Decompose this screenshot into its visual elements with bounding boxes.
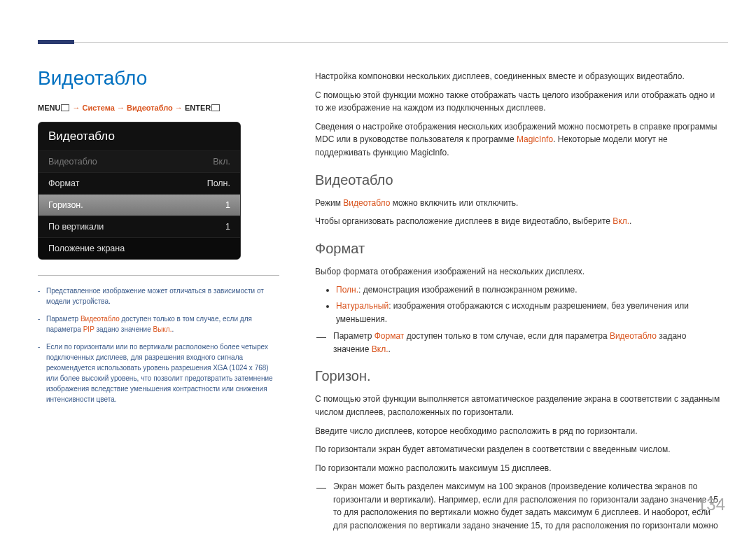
menu-label: Положение экрана xyxy=(48,244,125,253)
top-rule-accent xyxy=(38,40,74,44)
menu-panel: Видеотабло Видеотабло Вкл. Формат Полн. … xyxy=(38,122,241,260)
menu-icon xyxy=(61,104,69,111)
breadcrumb-menu: MENU xyxy=(38,104,60,112)
menu-value: 1 xyxy=(225,200,230,210)
section-video-p2: Чтобы организовать расположение дисплеев… xyxy=(315,215,724,228)
intro-p3: Сведения о настройке отображения несколь… xyxy=(315,120,724,160)
t: Полн. xyxy=(336,285,358,295)
t: Режим xyxy=(315,198,343,208)
section-format-title: Формат xyxy=(315,238,724,260)
menu-label: Формат xyxy=(48,178,79,188)
t: PIP xyxy=(83,325,94,333)
menu-value: 1 xyxy=(225,222,230,232)
t: Параметр xyxy=(333,331,374,341)
footnotes: - Представленное изображение может отлич… xyxy=(38,275,279,405)
section-video-title: Видеотабло xyxy=(315,169,724,191)
menu-row-vertical[interactable]: По вертикали 1 xyxy=(38,216,240,237)
page-number: 134 xyxy=(697,495,725,514)
t: : изображения отображаются с исходным ра… xyxy=(336,301,689,324)
section-horiz-p2: Введите число дисплеев, которое необходи… xyxy=(315,425,724,438)
menu-panel-header: Видеотабло xyxy=(38,122,240,150)
footnote-1: Представленное изображение может отличат… xyxy=(46,286,279,307)
menu-label: Горизон. xyxy=(48,200,83,210)
t: . xyxy=(172,325,174,333)
t: Видеотабло xyxy=(343,198,390,208)
t: доступен только в том случае, если для п… xyxy=(404,331,610,341)
t: Формат xyxy=(374,331,405,341)
long-dash-icon: ― xyxy=(316,330,326,345)
enter-icon xyxy=(211,104,220,111)
note-dash: - xyxy=(38,342,46,405)
format-bullets: Полн.: демонстрация изображений в полноэ… xyxy=(332,283,724,325)
section-format-p1: Выбор формата отображения изображений на… xyxy=(315,265,724,279)
breadcrumb: MENU → Система → Видеотабло → ENTER xyxy=(38,104,283,112)
breadcrumb-part1: Система xyxy=(83,104,115,112)
t: Выкл. xyxy=(153,325,172,333)
t: Экран может быть разделен максимум на 10… xyxy=(333,482,720,534)
arrow-icon: → xyxy=(72,104,82,112)
format-note: ― Параметр Формат доступен только в том … xyxy=(332,330,724,356)
section-horiz-title: Горизон. xyxy=(315,365,724,387)
section-horiz-p4: По горизонтали можно расположить максиму… xyxy=(315,462,724,475)
menu-label: Видеотабло xyxy=(48,157,97,167)
t: : демонстрация изображений в полноэкранн… xyxy=(358,285,578,295)
page-title: Видеотабло xyxy=(38,67,283,90)
bullet-natural: Натуральный: изображения отображаются с … xyxy=(336,300,724,325)
horiz-note-1: ― Экран может быть разделен максимум на … xyxy=(332,480,724,534)
t: . xyxy=(629,216,631,226)
t: можно включить или отключить. xyxy=(390,198,518,208)
t: Натуральный xyxy=(336,301,388,311)
t: задано значение xyxy=(94,325,153,333)
menu-label: По вертикали xyxy=(48,222,104,232)
menu-row-horizontal[interactable]: Горизон. 1 xyxy=(38,194,240,216)
t: Чтобы организовать расположение дисплеев… xyxy=(315,216,612,226)
footnote-3: Если по горизонтали или по вертикали рас… xyxy=(46,342,279,405)
note-dash: - xyxy=(38,314,46,335)
arrow-icon: → xyxy=(117,104,127,112)
t: Видеотабло xyxy=(80,315,120,323)
menu-value: Вкл. xyxy=(213,157,230,167)
arrow-icon: → xyxy=(175,104,185,112)
menu-row-videotablo[interactable]: Видеотабло Вкл. xyxy=(38,150,240,172)
t: MagicInfo xyxy=(517,134,553,144)
right-column: Настройка компоновки нескольких дисплеев… xyxy=(315,70,724,534)
footnote-2: Параметр Видеотабло доступен только в то… xyxy=(46,314,279,335)
section-horiz-p3: По горизонтали экран будет автоматически… xyxy=(315,443,724,456)
section-video-p1: Режим Видеотабло можно включить или откл… xyxy=(315,197,724,210)
breadcrumb-enter: ENTER xyxy=(185,104,211,112)
top-rule xyxy=(38,42,728,43)
intro-p2: С помощью этой функции можно также отобр… xyxy=(315,89,724,115)
t: Видеотабло xyxy=(610,331,657,341)
bullet-full: Полн.: демонстрация изображений в полноэ… xyxy=(336,283,724,297)
long-dash-icon: ― xyxy=(316,480,326,496)
t: Вкл. xyxy=(372,344,388,354)
note-dash: - xyxy=(38,286,46,307)
intro-p1: Настройка компоновки нескольких дисплеев… xyxy=(315,70,724,83)
t: Вкл. xyxy=(612,216,629,226)
menu-value: Полн. xyxy=(207,178,230,188)
breadcrumb-part2: Видеотабло xyxy=(127,104,173,112)
t: Параметр xyxy=(46,315,80,323)
t: . xyxy=(388,344,391,354)
menu-row-format[interactable]: Формат Полн. xyxy=(38,172,240,194)
menu-row-position[interactable]: Положение экрана xyxy=(38,237,240,259)
section-horiz-p1: С помощью этой функции выполняется автом… xyxy=(315,393,724,419)
left-column: Видеотабло MENU → Система → Видеотабло →… xyxy=(38,67,283,412)
